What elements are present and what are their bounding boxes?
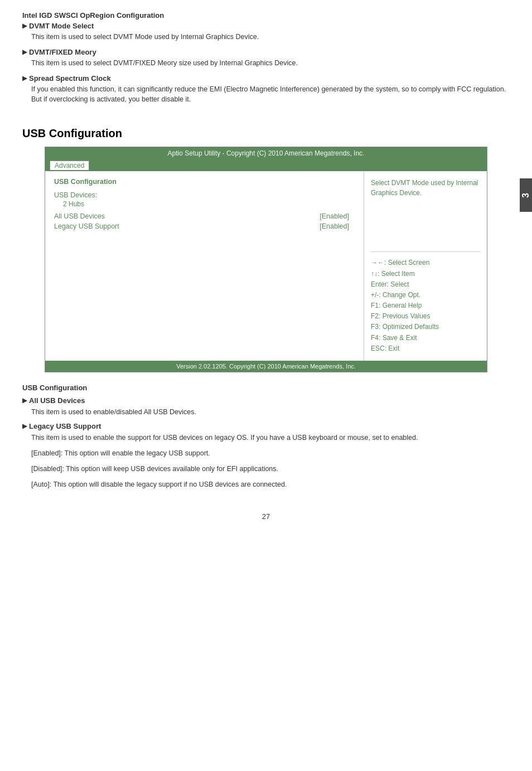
key-select-item: ↑↓: Select Item <box>371 269 480 279</box>
spread-spectrum-desc: If you enabled this function, it can sig… <box>31 84 510 105</box>
bios-usb-devices-value: 2 Hubs <box>63 200 355 208</box>
dvmt-fixed-label: DVMT/FIXED Meory <box>29 48 96 56</box>
all-usb-devices-label: All USB Devices <box>29 396 85 405</box>
bios-legacy-usb-value: [Enabled] <box>320 222 349 230</box>
legacy-usb-support-label: Legacy USB Support <box>29 422 101 430</box>
bios-all-usb-label: All USB Devices <box>54 212 105 220</box>
all-usb-devices-desc: This item is used to enable/disabled All… <box>31 406 510 418</box>
bios-all-usb-value: [Enabled] <box>320 212 349 220</box>
key-f4-save: F4: Save & Exit <box>371 333 480 343</box>
bios-right-description: Select DVMT Mode used by Internal Graphi… <box>371 178 480 198</box>
key-change-opt: +/-: Change Opt. <box>371 290 480 300</box>
dvmt-fixed-item: ▶ DVMT/FIXED Meory This item is used to … <box>22 48 510 69</box>
bottom-section-title: USB Configuration <box>22 384 510 392</box>
key-f3-defaults: F3: Optimized Defaults <box>371 322 480 332</box>
spread-spectrum-item: ▶ Spread Spectrum Clock If you enabled t… <box>22 74 510 105</box>
all-usb-devices-header: ▶ All USB Devices <box>22 396 510 405</box>
bios-tab-row: Advanced <box>45 159 487 171</box>
legacy-usb-support-header: ▶ Legacy USB Support <box>22 422 510 430</box>
legacy-usb-support-desc-0: This item is used to enable the support … <box>31 432 510 443</box>
legacy-usb-support-desc-1: [Enabled]: This option will enable the l… <box>31 448 510 459</box>
legacy-usb-support-item: ▶ Legacy USB Support This item is used t… <box>22 422 510 490</box>
key-f2-prev: F2: Previous Values <box>371 311 480 322</box>
chapter-number: 3 <box>521 193 531 198</box>
bios-legacy-usb-row[interactable]: Legacy USB Support [Enabled] <box>54 221 355 231</box>
legacy-usb-support-desc-3: [Auto]: This option will disable the leg… <box>31 479 510 490</box>
triangle-icon-4: ▶ <box>22 397 27 404</box>
bios-right-keys: →←: Select Screen ↑↓: Select Item Enter:… <box>371 251 480 354</box>
spread-spectrum-label: Spread Spectrum Clock <box>29 74 111 83</box>
bios-all-usb-row[interactable]: All USB Devices [Enabled] <box>54 211 355 221</box>
bios-body: USB Configuration USB Devices: 2 Hubs Al… <box>45 171 487 361</box>
key-select-screen: →←: Select Screen <box>371 258 480 268</box>
dvmt-mode-header: ▶ DVMT Mode Select <box>22 22 510 30</box>
bottom-section: USB Configuration ▶ All USB Devices This… <box>22 384 510 490</box>
chapter-tab: 3 <box>520 178 532 212</box>
top-section: Intel IGD SWSCI OpRegion Configuration ▶… <box>22 11 510 105</box>
dvmt-mode-item: ▶ DVMT Mode Select This item is used to … <box>22 22 510 42</box>
key-f1-help: F1: General Help <box>371 300 480 311</box>
triangle-icon: ▶ <box>22 22 27 30</box>
bios-footer: Version 2.02.1205. Copyright (C) 2010 Am… <box>45 361 487 372</box>
triangle-icon-3: ▶ <box>22 75 27 82</box>
dvmt-mode-desc: This item is used to select DVMT Mode us… <box>31 32 510 42</box>
key-enter-select: Enter: Select <box>371 279 480 290</box>
bios-usb-devices-label: USB Devices: <box>54 191 97 199</box>
key-esc-exit: ESC: Exit <box>371 343 480 354</box>
dvmt-mode-label: DVMT Mode Select <box>29 22 94 30</box>
bios-section-label: USB Configuration <box>54 178 355 186</box>
all-usb-devices-item: ▶ All USB Devices This item is used to e… <box>22 396 510 418</box>
page-number: 27 <box>22 512 510 521</box>
bios-left-panel: USB Configuration USB Devices: 2 Hubs Al… <box>45 171 364 361</box>
bios-screen: Aptio Setup Utility - Copyright (C) 2010… <box>45 147 487 372</box>
legacy-usb-support-desc-2: [Disabled]: This option will keep USB de… <box>31 463 510 474</box>
bios-tab-advanced[interactable]: Advanced <box>50 161 89 170</box>
spread-spectrum-header: ▶ Spread Spectrum Clock <box>22 74 510 83</box>
bios-header: Aptio Setup Utility - Copyright (C) 2010… <box>45 147 487 159</box>
dvmt-fixed-desc: This item is used to select DVMT/FIXED M… <box>31 58 510 69</box>
triangle-icon-5: ▶ <box>22 423 27 430</box>
triangle-icon-2: ▶ <box>22 49 27 56</box>
top-section-title: Intel IGD SWSCI OpRegion Configuration <box>22 11 510 20</box>
bios-usb-devices-row: USB Devices: <box>54 190 355 200</box>
dvmt-fixed-header: ▶ DVMT/FIXED Meory <box>22 48 510 56</box>
bios-right-panel: Select DVMT Mode used by Internal Graphi… <box>364 171 487 361</box>
bios-legacy-usb-label: Legacy USB Support <box>54 222 119 230</box>
usb-config-section-title: USB Configuration <box>22 127 510 140</box>
